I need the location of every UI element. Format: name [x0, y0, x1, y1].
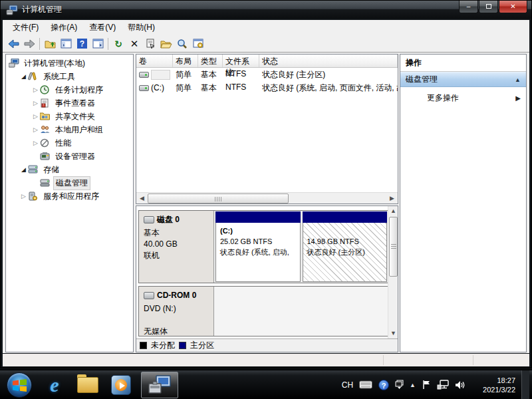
column-header-type[interactable]: 类型	[198, 55, 223, 67]
partition-c[interactable]: (C:) 25.02 GB NTFS 状态良好 (系统, 启动,	[215, 211, 301, 282]
svg-text:!: !	[43, 104, 44, 107]
back-icon	[8, 39, 19, 49]
input-language-indicator[interactable]: CH	[342, 380, 353, 390]
column-header-filesystem[interactable]: 文件系统	[223, 55, 259, 67]
collapsed-icon[interactable]	[31, 86, 40, 93]
help-button[interactable]: ?	[74, 37, 90, 51]
vertical-scrollbar[interactable]: ▲ ▼	[388, 206, 398, 338]
console-tree-button[interactable]	[58, 37, 74, 51]
collapsed-icon[interactable]	[31, 126, 40, 133]
tree-item-performance[interactable]: 性能	[6, 136, 133, 150]
tree-item-local-users-and-groups[interactable]: 本地用户和组	[6, 123, 133, 136]
explorer-button[interactable]	[74, 372, 101, 398]
close-button[interactable]: ✕	[499, 1, 527, 13]
shared-folders-icon	[40, 112, 50, 120]
volume-row[interactable]: (C:) 简单 基本 NTFS 状态良好 (系统, 启动, 页面文件, 活动, …	[136, 81, 398, 94]
collapsed-icon[interactable]	[31, 113, 40, 120]
tree-item-shared-folders[interactable]: 共享文件夹	[6, 110, 133, 123]
cdrom-empty-area	[214, 287, 388, 336]
language-help-icon[interactable]: ?	[378, 380, 389, 390]
menu-bar: 文件(F) 操作(A) 查看(V) 帮助(H)	[3, 20, 529, 35]
keyboard-icon[interactable]	[359, 380, 372, 389]
console-tree-icon	[61, 39, 72, 49]
computer-management-taskbar-button[interactable]	[141, 372, 178, 398]
collapsed-icon[interactable]	[31, 100, 40, 106]
tree-item-system-tools[interactable]: 系统工具	[6, 70, 133, 83]
delete-button[interactable]: ✕	[126, 37, 142, 51]
properties-icon	[145, 39, 156, 49]
taskbar: e CH ? ▲ 18:27 2021/3/22	[0, 370, 532, 399]
start-button[interactable]	[7, 372, 32, 398]
properties-button[interactable]	[142, 37, 158, 51]
collapsed-icon[interactable]	[19, 193, 28, 200]
expanded-icon[interactable]	[19, 73, 28, 80]
tree-item-disk-management[interactable]: 磁盘管理	[6, 176, 133, 190]
scrollbar-thumb[interactable]	[148, 194, 289, 203]
volume-icon	[139, 72, 149, 78]
task-scheduler-icon	[40, 85, 49, 94]
find-icon	[177, 39, 188, 49]
titlebar[interactable]: 计算机管理 – ✕	[1, 1, 531, 19]
disk-0-label[interactable]: 磁盘 0 基本 40.00 GB 联机	[139, 211, 214, 283]
menu-help[interactable]: 帮助(H)	[122, 20, 161, 35]
unallocated-swatch	[140, 342, 147, 349]
partition-selected[interactable]: 14.98 GB NTFS 状态良好 (主分区)	[303, 211, 388, 282]
scroll-left-arrow[interactable]: ◀	[136, 193, 148, 204]
menu-file[interactable]: 文件(F)	[7, 20, 45, 35]
delete-icon: ✕	[130, 38, 139, 50]
show-hidden-icons-button[interactable]: ▲	[410, 382, 416, 388]
find-button[interactable]	[174, 37, 190, 51]
maximize-button[interactable]	[479, 1, 498, 13]
collapse-section-icon[interactable]: ▲	[515, 76, 521, 83]
column-header-volume[interactable]: 卷	[136, 55, 173, 67]
refresh-button[interactable]: ↻	[110, 37, 126, 51]
disk-management-icon	[40, 178, 50, 187]
menu-action[interactable]: 操作(A)	[45, 20, 83, 35]
column-header-layout[interactable]: 布局	[173, 55, 198, 67]
system-tray: CH ? ▲ 18:27 2021/3/22	[342, 370, 532, 399]
tools-icon	[28, 72, 37, 81]
language-bar-options-icon[interactable]	[395, 380, 404, 390]
action-pane-button[interactable]	[90, 37, 106, 51]
back-button[interactable]	[5, 37, 21, 51]
computer-management-task-icon	[148, 375, 171, 395]
graphical-view-pane: 磁盘 0 基本 40.00 GB 联机 (C:) 25.02 GB NTFS 状…	[136, 205, 398, 352]
media-player-button[interactable]	[108, 372, 134, 398]
up-one-level-button[interactable]	[42, 37, 58, 51]
scrollbar-thumb[interactable]	[389, 217, 398, 277]
show-desktop-button[interactable]	[521, 370, 529, 399]
cdrom-0-strip: CD-ROM 0 DVD (N:) 无媒体	[138, 286, 389, 336]
volume-icon[interactable]	[455, 380, 466, 390]
expanded-icon[interactable]	[19, 166, 28, 173]
scroll-up-arrow[interactable]: ▲	[388, 206, 398, 216]
tree-item-services-and-applications[interactable]: 服务和应用程序	[6, 190, 133, 203]
internet-explorer-button[interactable]: e	[41, 372, 68, 398]
column-header-status[interactable]: 状态	[259, 55, 398, 67]
open-button[interactable]	[158, 37, 174, 51]
menu-view[interactable]: 查看(V)	[83, 20, 122, 35]
horizontal-scrollbar[interactable]: ◀ ▶	[136, 192, 398, 203]
snapin-button[interactable]	[190, 37, 206, 51]
help-icon: ?	[77, 39, 87, 49]
tree-item-storage[interactable]: 存储	[6, 163, 133, 176]
tree-item-task-scheduler[interactable]: 任务计划程序	[6, 83, 133, 96]
tree-item-device-manager[interactable]: 设备管理器	[6, 150, 133, 163]
storage-icon	[28, 165, 38, 174]
forward-button[interactable]	[21, 37, 37, 51]
action-center-flag-icon[interactable]	[422, 380, 431, 390]
collapsed-icon[interactable]	[31, 140, 40, 146]
cdrom-0-label[interactable]: CD-ROM 0 DVD (N:) 无媒体	[139, 287, 214, 336]
volume-row[interactable]: 简单 基本 NTFS 状态良好 (主分区)	[136, 68, 398, 81]
scroll-right-arrow[interactable]: ▶	[386, 193, 398, 204]
network-icon[interactable]	[437, 380, 449, 390]
action-pane-icon	[92, 39, 104, 49]
more-actions-item[interactable]: 更多操作 ▶	[400, 87, 526, 109]
up-folder-icon	[45, 39, 56, 49]
tree-item-event-viewer[interactable]: ! 事件查看器	[6, 96, 133, 110]
disk-management-section-header[interactable]: 磁盘管理 ▲	[400, 72, 526, 87]
scroll-down-arrow[interactable]: ▼	[388, 329, 398, 338]
services-icon	[28, 192, 37, 201]
taskbar-clock[interactable]: 18:27 2021/3/22	[474, 376, 515, 394]
minimize-button[interactable]: –	[459, 1, 478, 13]
tree-item-computer-management[interactable]: 计算机管理(本地)	[6, 57, 133, 70]
